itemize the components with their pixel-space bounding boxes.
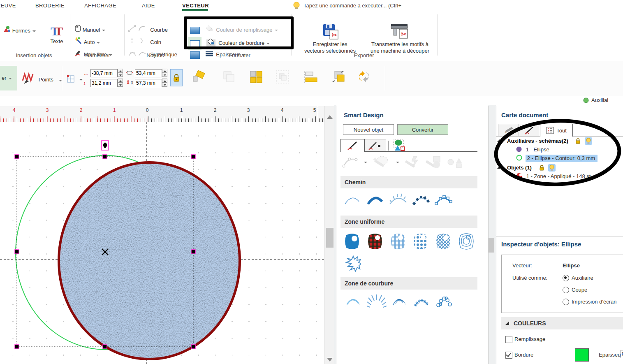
resize-button[interactable] <box>331 70 345 85</box>
arc-node-tool[interactable] <box>342 155 359 169</box>
path-style-blanket[interactable] <box>388 192 408 207</box>
tab-pencil[interactable] <box>498 124 519 137</box>
fill-style-gingham[interactable] <box>390 232 406 251</box>
partial-toggle-button[interactable]: er <box>0 66 17 90</box>
visibility-bulb-icon[interactable] <box>548 164 556 172</box>
enregistrer-vecteurs-button[interactable]: ✂ Enregistrer lesvecteurs sélectionnés <box>300 23 360 54</box>
curve-style-radial[interactable] <box>367 294 387 310</box>
panel-splitter[interactable] <box>489 238 494 253</box>
width-spinner[interactable] <box>162 69 167 77</box>
duplicate-button[interactable] <box>222 70 236 85</box>
menu-tab-broderie[interactable]: BRODERIE <box>35 0 65 11</box>
tab-tout[interactable]: Tout <box>540 124 573 137</box>
expander-icon[interactable] <box>497 166 500 169</box>
curve-style-textured[interactable] <box>390 294 408 310</box>
fill-style-scribble[interactable] <box>344 254 361 274</box>
expander-icon[interactable] <box>497 139 500 142</box>
scroll-down-icon[interactable] <box>327 358 333 362</box>
menu-tab-epreuve[interactable]: REUVE <box>0 0 16 11</box>
fill-style-solid[interactable] <box>344 232 360 251</box>
fill-style-crossstitch[interactable] <box>435 232 452 251</box>
smart-design-title: Smart Design <box>344 111 384 118</box>
menu-tab-affichage[interactable]: AFFICHAGE <box>84 0 116 11</box>
curve-style-satin[interactable] <box>344 294 362 310</box>
command-input[interactable]: Tapez une commande à exécuter... (Ctrl+ <box>303 0 401 11</box>
applique-zone-icon <box>516 173 523 179</box>
inspector-panel: Inspecteur d'objets: Ellipse Vecteur: El… <box>496 236 623 364</box>
menu-tab-aide[interactable]: AIDE <box>142 0 155 11</box>
shape-tool-icon[interactable] <box>392 139 406 151</box>
curve-style-beaded[interactable] <box>412 294 431 310</box>
fill-style-dots[interactable] <box>412 232 429 251</box>
group-button[interactable] <box>276 70 289 85</box>
tree-item-ellipse-2-selected[interactable]: 2 - Ellipse - Contour: 0,3 mm <box>516 154 598 162</box>
path-style-thick[interactable] <box>367 193 383 207</box>
scroll-up-icon[interactable] <box>327 115 333 119</box>
path-style-beads[interactable] <box>412 192 430 207</box>
coin-button[interactable]: Coin <box>128 37 161 48</box>
nouvel-objet-button[interactable]: Nouvel objet <box>343 124 394 135</box>
tree-group-auxiliaires[interactable]: Auxiliaires - schémas(2) <box>507 137 592 145</box>
couleurs-section-header[interactable]: COULEURS <box>501 317 623 329</box>
smooth-node-icon <box>138 39 146 45</box>
ruler-label: 5 <box>313 107 316 113</box>
formes-button[interactable]: Formes <box>3 26 36 36</box>
tab-vector-pen[interactable] <box>519 124 541 137</box>
rotate-object-button[interactable] <box>192 70 206 86</box>
points-button[interactable]: Points <box>21 72 62 86</box>
arrange-button[interactable] <box>249 70 263 85</box>
x-position-spinner[interactable] <box>118 69 123 77</box>
shapes-tool[interactable] <box>447 156 463 170</box>
y-position-spinner[interactable] <box>118 79 123 87</box>
width-input[interactable] <box>135 69 162 77</box>
canvas-vscrollbar[interactable] <box>324 106 335 364</box>
texte-button[interactable]: TT Texte <box>46 24 67 44</box>
radio-impression[interactable] <box>563 299 569 305</box>
path-style-squares[interactable] <box>434 192 452 207</box>
manuel-button[interactable]: Manuel <box>75 25 105 35</box>
height-input[interactable] <box>135 79 162 87</box>
fill-style-spiral[interactable] <box>458 232 475 251</box>
remplissage-checkbox[interactable] <box>505 336 512 343</box>
chevron-down-icon <box>97 42 100 44</box>
tab-digitize-pen-star[interactable] <box>364 139 386 152</box>
vector-pen-icon <box>524 126 535 135</box>
rotate-arrows-button[interactable] <box>357 69 373 86</box>
lock-proportions-button[interactable] <box>170 69 183 86</box>
rotation-handle-dot[interactable] <box>103 143 107 148</box>
curve-style-pebble[interactable] <box>435 294 453 310</box>
menu-tab-vecteur[interactable]: VECTEUR <box>182 0 209 11</box>
auto-button[interactable]: Auto <box>75 37 100 48</box>
wand-ellipse-tool[interactable] <box>372 155 391 170</box>
align-button[interactable] <box>303 70 319 85</box>
tree-item-ellipse-1[interactable]: 1 - Ellipse <box>516 145 549 154</box>
epaisseur-input[interactable] <box>621 350 623 358</box>
bordure-checkbox[interactable] <box>505 352 512 359</box>
chevron-down-icon <box>396 162 399 163</box>
radio-auxiliaire[interactable] <box>563 275 569 281</box>
tab-digitize-pen[interactable] <box>340 139 365 152</box>
wand-lightning-tool[interactable] <box>403 155 420 170</box>
x-position-icon: ↔ <box>83 70 89 77</box>
wand-shape-tool[interactable] <box>424 155 442 170</box>
courbe-button[interactable]: Courbe <box>128 25 168 35</box>
visibility-bulb-icon[interactable] <box>585 137 592 145</box>
corner-node-icon <box>128 39 137 45</box>
texte-icon: TT <box>51 24 63 38</box>
transmettre-motifs-button[interactable]: ✂ Transmettre les motifs àune machine à … <box>366 23 434 54</box>
fill-style-plaid[interactable] <box>367 232 383 251</box>
path-style-thin[interactable] <box>344 193 360 207</box>
scroll-thumb[interactable] <box>326 228 334 248</box>
convertir-button[interactable]: Convertir <box>397 124 448 135</box>
x-position-input[interactable] <box>90 69 118 77</box>
chevron-down-icon <box>364 162 367 163</box>
border-color-swatch[interactable] <box>575 348 589 362</box>
height-spinner[interactable] <box>162 79 167 87</box>
grid-reference-button[interactable] <box>67 75 75 84</box>
y-position-input[interactable] <box>90 79 118 87</box>
lock-icon[interactable] <box>575 138 581 146</box>
tree-item-zone-applique[interactable]: 1 - Zone - Appliqué - 148 st <box>516 172 591 181</box>
design-canvas[interactable] <box>0 122 324 364</box>
tree-group-objets[interactable]: Objets (1) <box>507 163 556 172</box>
radio-coupe[interactable] <box>563 287 569 293</box>
